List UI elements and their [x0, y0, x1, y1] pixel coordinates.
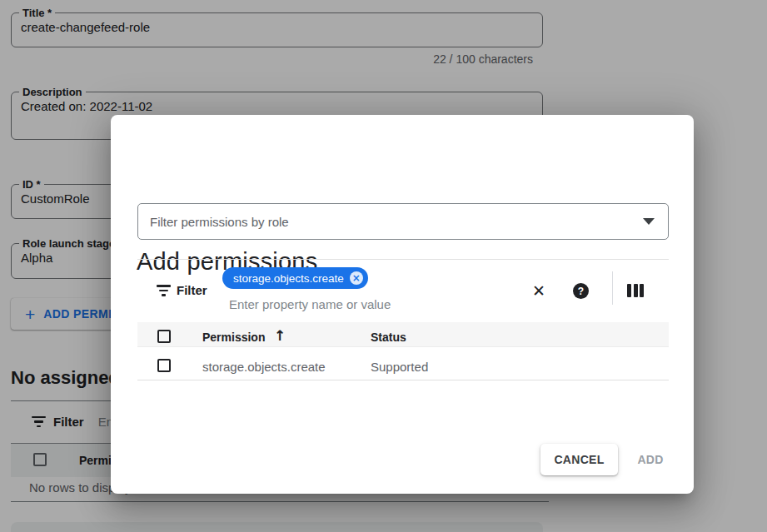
select-all-checkbox[interactable] [157, 330, 171, 343]
filter-chip-label: storage.objects.create [233, 272, 344, 285]
add-button[interactable]: ADD [627, 444, 674, 475]
cancel-button[interactable]: CANCEL [540, 444, 618, 475]
add-permissions-dialog: Add permissions Filter permissions by ro… [111, 115, 694, 494]
toolbar-divider [612, 271, 613, 305]
table-row-status: Supported [371, 360, 428, 374]
filter-permissions-by-role-dropdown[interactable]: Filter permissions by role [137, 203, 669, 240]
permission-column-header[interactable]: Permission [202, 331, 265, 344]
help-icon[interactable]: ? [573, 283, 589, 299]
filter-label: Filter [177, 283, 207, 297]
sort-ascending-icon[interactable]: ↑ [274, 327, 286, 344]
status-column-header[interactable]: Status [371, 331, 406, 344]
column-display-icon[interactable] [627, 284, 644, 297]
row-divider [137, 380, 669, 380]
filter-input[interactable]: Enter property name or value [229, 297, 391, 311]
row-checkbox[interactable] [157, 359, 171, 372]
page: Title * create-changefeed-role 22 / 100 … [0, 0, 767, 532]
chip-remove-icon[interactable]: × [350, 271, 363, 285]
clear-filters-icon[interactable]: ✕ [527, 279, 550, 302]
role-dropdown-placeholder: Filter permissions by role [150, 215, 643, 229]
chevron-down-icon [643, 218, 655, 225]
toolbar-top-border [137, 259, 669, 260]
table-row-permission: storage.objects.create [202, 360, 326, 374]
filter-icon [156, 285, 171, 296]
filter-chip[interactable]: storage.objects.create × [222, 267, 368, 289]
